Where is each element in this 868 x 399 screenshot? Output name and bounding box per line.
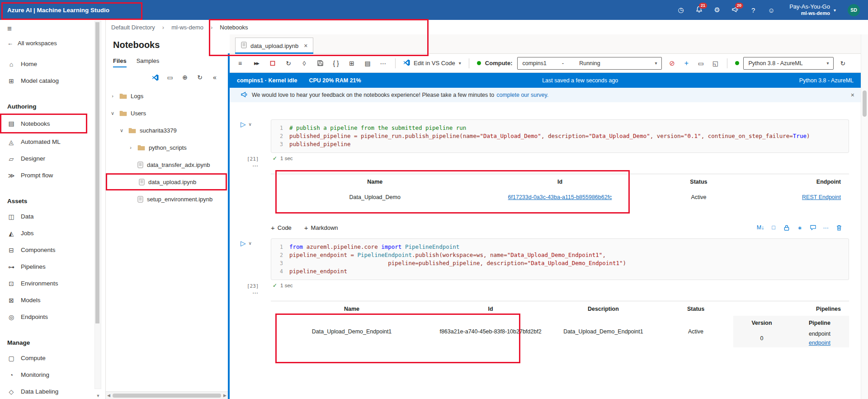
close-tab-icon[interactable]: × [304, 42, 307, 49]
help-icon[interactable]: ? [749, 5, 758, 14]
notebook-menu-icon[interactable]: ≡ [236, 60, 244, 67]
endpoint-link[interactable]: endpoint [809, 340, 830, 346]
open-in-vscode-icon[interactable] [151, 74, 159, 81]
tree-file-data-transfer-adx-ipynb[interactable]: data_transfer_adx.ipynb [106, 156, 227, 173]
sidebar-scrollbar-thumb[interactable] [95, 22, 99, 323]
sidebar-item-environments[interactable]: ⊡Environments [0, 275, 105, 292]
delete-cell-icon[interactable] [835, 225, 843, 231]
tree-folder-logs[interactable]: ›Logs [106, 87, 227, 104]
tree-file-setup-environment-ipynb[interactable]: setup_environment.ipynb [106, 190, 227, 208]
hamburger-menu-icon[interactable]: ≡ [0, 20, 105, 35]
add-compute-icon[interactable]: + [682, 59, 690, 67]
add-comment-icon[interactable] [809, 225, 816, 230]
save-notebook-icon[interactable] [316, 60, 324, 67]
variable-explorer-icon[interactable]: { } [332, 60, 340, 67]
chevron-down-icon[interactable]: ∨ [249, 122, 252, 127]
compute-dropdown[interactable]: compins1 - Running ▾ [517, 57, 662, 70]
add-markdown-button[interactable]: +Markdown [304, 224, 338, 232]
file-panel-horizontal-scrollbar[interactable]: ◀ ▶ [106, 391, 228, 399]
history-icon[interactable]: ◷ [676, 5, 685, 14]
collapse-file-panel-icon[interactable]: « [211, 74, 219, 81]
open-in-new-window-icon[interactable]: ◱ [711, 59, 719, 67]
cell-more-icon[interactable]: ⋯ [252, 291, 861, 298]
all-workspaces-link[interactable]: ← All workspaces [0, 35, 105, 49]
interrupt-kernel-icon[interactable] [269, 60, 277, 67]
sidebar-item-data[interactable]: ◫Data [0, 208, 105, 225]
edit-in-vscode-button[interactable]: Edit in VS Code ▾ [403, 59, 461, 67]
add-file-icon[interactable]: ⊕ [181, 74, 189, 81]
scrollbar-thumb[interactable] [113, 394, 221, 398]
sidebar-item-models[interactable]: ⊠Models [0, 292, 105, 309]
app-title[interactable]: Azure AI | Machine Learning Studio [0, 7, 109, 14]
survey-link[interactable]: complete our survey. [496, 92, 548, 98]
sidebar-item-prompt-flow[interactable]: ≫Prompt flow [0, 167, 105, 184]
refresh-kernel-icon[interactable]: ↻ [839, 60, 847, 67]
chevron-down-icon[interactable]: ∨ [249, 241, 252, 246]
tab-samples[interactable]: Samples [137, 57, 160, 67]
sidebar-item-model-catalog[interactable]: ⊞Model catalog [0, 72, 105, 89]
sidebar-item-jobs[interactable]: ◭Jobs [0, 225, 105, 242]
sidebar-item-automated-ml[interactable]: ◬Automated ML [0, 133, 105, 150]
code-editor[interactable]: 1from azureml.pipeline.core import Pipel… [271, 238, 849, 280]
sidebar-scroll-down-icon[interactable]: ▼ [95, 394, 101, 398]
chevron-right-icon[interactable]: › [109, 93, 116, 99]
data-viewer-icon[interactable]: ⊞ [348, 60, 356, 67]
notebook-tab[interactable]: data_upload.ipynb × [235, 38, 313, 53]
avatar[interactable]: SD [848, 4, 860, 16]
tree-folder-users[interactable]: ∨Users [106, 104, 227, 122]
sidebar-item-designer[interactable]: ▱Designer [0, 150, 105, 167]
feedback-smiley-icon[interactable]: ☺ [767, 5, 776, 14]
sidebar-item-home[interactable]: ⌂Home [0, 56, 105, 72]
tree-file-data-upload-ipynb[interactable]: data_upload.ipynb [106, 173, 227, 190]
clear-cell-output-icon[interactable]: ∗ [796, 224, 803, 231]
sidebar-scrollbar[interactable] [94, 21, 101, 389]
chevron-right-icon[interactable]: › [127, 145, 134, 150]
sidebar-item-notebooks[interactable]: ▤Notebooks [0, 114, 87, 133]
run-cell-button[interactable]: ▷ [241, 120, 246, 128]
tab-files[interactable]: Files [113, 57, 127, 67]
restart-kernel-icon[interactable]: ↻ [284, 60, 292, 67]
tree-folder-sucharita3379[interactable]: ∨sucharita3379 [106, 122, 227, 139]
kernel-dropdown[interactable]: Python 3.8 - AzureML ▾ [743, 57, 834, 70]
code-editor[interactable]: 1# publish a pipeline from the submitted… [271, 119, 849, 153]
sidebar-item-compute[interactable]: ▢Compute [0, 350, 105, 366]
run-all-icon[interactable]: ▶▶ [252, 60, 261, 67]
clear-all-outputs-icon[interactable]: ◊ [300, 60, 308, 67]
refresh-files-icon[interactable]: ↻ [196, 74, 204, 81]
scroll-left-icon[interactable]: ◀ [107, 393, 110, 398]
add-code-button[interactable]: +Code [271, 224, 292, 232]
account-menu[interactable]: Pay-As-You-Go ml-ws-demo ▾ [789, 3, 836, 17]
notebook-terminal-icon[interactable]: ▭ [697, 59, 705, 67]
breadcrumb-directory[interactable]: Default Directory [111, 24, 155, 31]
more-cell-actions-icon[interactable]: ⋯ [822, 224, 830, 231]
sidebar-item-components[interactable]: ⊟Components [0, 242, 105, 258]
outline-icon[interactable]: ▤ [363, 60, 372, 67]
sidebar-item-endpoints[interactable]: ◎Endpoints [0, 309, 105, 325]
stop-compute-icon[interactable]: ⊘ [668, 59, 676, 67]
chevron-down-icon[interactable]: ∨ [118, 128, 125, 133]
tree-folder-python-scripts[interactable]: ›python_scripts [106, 139, 227, 156]
breadcrumb-workspace[interactable]: ml-ws-demo [171, 24, 203, 31]
settings-gear-icon[interactable]: ⚙ [712, 5, 722, 14]
tree-item-label: Logs [131, 93, 143, 100]
run-cell-button[interactable]: ▷ [241, 239, 246, 247]
sidebar-item-pipelines[interactable]: ⊶Pipelines [0, 258, 105, 275]
more-toolbar-actions-icon[interactable]: ⋯ [379, 60, 387, 67]
announcements-megaphone-icon[interactable]: 20 [731, 5, 740, 14]
sidebar-item-monitoring[interactable]: ◔Monitoring [0, 366, 105, 383]
scrollbar-thumb[interactable] [863, 90, 867, 117]
scroll-right-icon[interactable]: ▶ [223, 393, 226, 398]
chevron-down-icon[interactable]: ∨ [109, 110, 116, 116]
focus-mode-icon[interactable]: □ [770, 224, 777, 231]
sidebar-item-data-labeling[interactable]: ◇Data Labeling [0, 383, 105, 399]
close-banner-icon[interactable]: × [851, 91, 854, 99]
convert-to-markdown-icon[interactable]: M↓ [757, 224, 764, 231]
6f17233d-0a3c-43ba-a115-b855986b62fc-link[interactable]: 6f17233d-0a3c-43ba-a115-b855986b62fc [508, 194, 612, 200]
lock-cell-icon[interactable] [783, 225, 790, 231]
rest-endpoint-link[interactable]: REST Endpoint [802, 194, 841, 200]
cell-more-icon[interactable]: ⋯ [252, 164, 861, 171]
file-terminal-icon[interactable]: ▭ [166, 74, 174, 81]
chevron-down-icon: ▾ [826, 61, 829, 66]
main-vertical-scrollbar[interactable] [861, 34, 868, 399]
notifications-bell-icon[interactable]: 21 [694, 5, 703, 14]
